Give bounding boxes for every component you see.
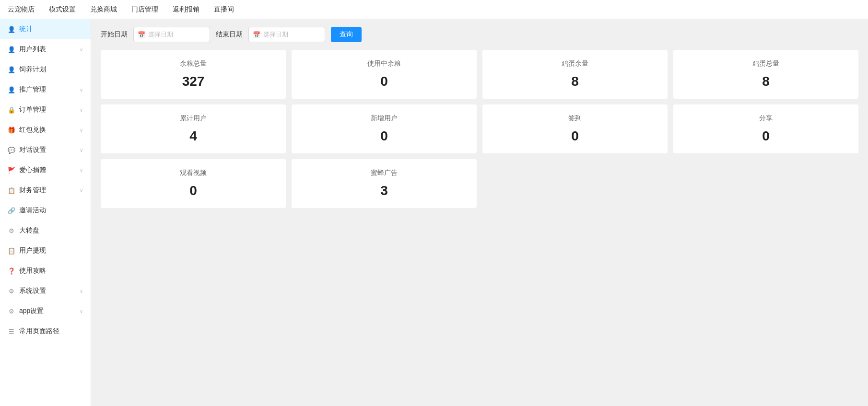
sidebar-item-system-settings[interactable]: ⚙系统设置∨ — [0, 281, 91, 301]
sidebar-icon-invite-activity: 🔗 — [8, 207, 15, 214]
chevron-icon-order-manage: ∨ — [80, 107, 83, 113]
top-nav: 云宠物店模式设置兑换商城门店管理返利报销直播间 — [0, 0, 868, 19]
chevron-icon-redpacket: ∨ — [80, 128, 83, 133]
stats-container: 余粮总量327使用中余粮0鸡蛋余量8鸡蛋总量8累计用户4新增用户0签到0分享0观… — [91, 50, 868, 223]
sidebar-label-invite-activity: 邀请活动 — [19, 206, 46, 215]
chevron-icon-dialog-settings: ∨ — [80, 148, 83, 153]
sidebar-label-user-withdraw: 用户提现 — [19, 246, 46, 255]
sidebar-label-system-settings: 系统设置 — [19, 287, 46, 295]
stat-label-checkin: 签到 — [568, 114, 582, 123]
query-button[interactable]: 查询 — [331, 27, 362, 42]
stat-card-total-users: 累计用户4 — [101, 104, 286, 153]
sidebar-item-app-settings[interactable]: ⚙app设置∨ — [0, 301, 91, 321]
sidebar: 👤统计👤用户列表∨👤饲养计划👤推广管理∨🔒订单管理∨🎁红包兑换∨💬对话设置∨🚩爱… — [0, 19, 91, 406]
end-date-input[interactable]: 📅 选择日期 — [248, 27, 325, 42]
sidebar-item-redpacket[interactable]: 🎁红包兑换∨ — [0, 120, 91, 140]
sidebar-item-user-list[interactable]: 👤用户列表∨ — [0, 39, 91, 59]
chevron-icon-finance: ∨ — [80, 188, 83, 193]
stat-label-egg-total: 鸡蛋总量 — [752, 59, 779, 68]
sidebar-label-usage-tips: 使用攻略 — [19, 267, 46, 275]
stat-value-watch-video: 0 — [189, 183, 197, 198]
main-layout: 👤统计👤用户列表∨👤饲养计划👤推广管理∨🔒订单管理∨🎁红包兑换∨💬对话设置∨🚩爱… — [0, 19, 868, 406]
chevron-icon-love-donation: ∨ — [80, 168, 83, 173]
top-nav-item-redeem-mall[interactable]: 兑换商城 — [90, 5, 117, 14]
sidebar-item-lucky-wheel[interactable]: ⚙大转盘 — [0, 220, 91, 241]
stat-label-new-users: 新增用户 — [371, 114, 398, 123]
sidebar-icon-dialog-settings: 💬 — [8, 146, 15, 154]
sidebar-label-redpacket: 红包兑换 — [19, 126, 46, 134]
sidebar-item-user-withdraw[interactable]: 📋用户提现 — [0, 241, 91, 261]
stat-card-watch-video: 观看视频0 — [101, 159, 286, 208]
end-date-placeholder: 选择日期 — [263, 30, 288, 39]
end-date-label: 结束日期 — [216, 30, 243, 39]
stat-value-total-users: 4 — [189, 128, 197, 144]
calendar-icon-end: 📅 — [253, 31, 260, 38]
sidebar-icon-lucky-wheel: ⚙ — [8, 227, 15, 234]
sidebar-icon-common-paths: ☰ — [8, 327, 15, 335]
sidebar-label-user-list: 用户列表 — [19, 45, 46, 54]
stat-label-total-grain: 余粮总量 — [180, 59, 207, 68]
sidebar-item-finance[interactable]: 📋财务管理∨ — [0, 180, 91, 200]
stat-value-bee-ads: 3 — [380, 183, 388, 198]
sidebar-item-usage-tips[interactable]: ❓使用攻略 — [0, 261, 91, 281]
sidebar-icon-order-manage: 🔒 — [8, 106, 15, 114]
stat-card-new-users: 新增用户0 — [292, 104, 477, 153]
stat-value-checkin: 0 — [571, 128, 579, 144]
sidebar-label-app-settings: app设置 — [19, 307, 44, 315]
start-date-input[interactable]: 📅 选择日期 — [133, 27, 210, 42]
chevron-icon-user-list: ∨ — [80, 47, 83, 52]
content-area: 开始日期 📅 选择日期 结束日期 📅 选择日期 查询 余粮总量327使用中余粮0… — [91, 19, 868, 406]
stat-card-egg-total: 鸡蛋总量8 — [673, 50, 858, 99]
stat-value-using-grain: 0 — [380, 74, 388, 89]
stat-label-total-users: 累计用户 — [180, 114, 207, 123]
stat-card-total-grain: 余粮总量327 — [101, 50, 286, 99]
sidebar-icon-statistics: 👤 — [8, 25, 15, 33]
stats-row-row1: 余粮总量327使用中余粮0鸡蛋余量8鸡蛋总量8 — [101, 50, 858, 99]
sidebar-label-love-donation: 爱心捐赠 — [19, 166, 46, 174]
sidebar-item-order-manage[interactable]: 🔒订单管理∨ — [0, 100, 91, 120]
chevron-icon-system-settings: ∨ — [80, 289, 83, 294]
sidebar-item-dialog-settings[interactable]: 💬对话设置∨ — [0, 140, 91, 160]
stat-card-using-grain: 使用中余粮0 — [292, 50, 477, 99]
sidebar-icon-usage-tips: ❓ — [8, 267, 15, 275]
sidebar-label-finance: 财务管理 — [19, 186, 46, 195]
sidebar-icon-redpacket: 🎁 — [8, 126, 15, 134]
sidebar-icon-user-list: 👤 — [8, 46, 15, 53]
top-nav-item-store-manage[interactable]: 门店管理 — [131, 5, 158, 14]
stat-value-egg-balance: 8 — [571, 74, 579, 89]
sidebar-item-feeding-plan[interactable]: 👤饲养计划 — [0, 59, 91, 80]
sidebar-label-lucky-wheel: 大转盘 — [19, 226, 39, 235]
top-nav-item-live[interactable]: 直播间 — [214, 5, 234, 14]
sidebar-icon-promotion: 👤 — [8, 86, 15, 93]
top-nav-item-return-sales[interactable]: 返利报销 — [173, 5, 199, 14]
sidebar-icon-user-withdraw: 📋 — [8, 247, 15, 255]
top-nav-item-mode-settings[interactable]: 模式设置 — [49, 5, 76, 14]
stat-card-bee-ads: 蜜蜂广告3 — [292, 159, 477, 208]
stat-label-egg-balance: 鸡蛋余量 — [562, 59, 588, 68]
sidebar-icon-feeding-plan: 👤 — [8, 66, 15, 73]
sidebar-item-invite-activity[interactable]: 🔗邀请活动 — [0, 200, 91, 220]
filter-bar: 开始日期 📅 选择日期 结束日期 📅 选择日期 查询 — [91, 19, 868, 50]
sidebar-label-feeding-plan: 饲养计划 — [19, 65, 46, 74]
sidebar-item-promotion[interactable]: 👤推广管理∨ — [0, 80, 91, 100]
sidebar-item-love-donation[interactable]: 🚩爱心捐赠∨ — [0, 160, 91, 180]
start-date-label: 开始日期 — [101, 30, 128, 39]
sidebar-icon-love-donation: 🚩 — [8, 166, 15, 174]
stats-row-row3: 观看视频0蜜蜂广告3 — [101, 159, 858, 208]
stat-value-share: 0 — [762, 128, 770, 144]
stat-label-watch-video: 观看视频 — [180, 169, 207, 177]
sidebar-label-order-manage: 订单管理 — [19, 105, 46, 114]
sidebar-item-statistics[interactable]: 👤统计 — [0, 19, 91, 39]
top-nav-item-yunpet[interactable]: 云宠物店 — [8, 5, 35, 14]
start-date-placeholder: 选择日期 — [148, 30, 173, 39]
stat-label-share: 分享 — [759, 114, 773, 123]
sidebar-icon-system-settings: ⚙ — [8, 287, 15, 295]
stat-label-using-grain: 使用中余粮 — [367, 59, 401, 68]
sidebar-label-promotion: 推广管理 — [19, 85, 46, 94]
sidebar-label-common-paths: 常用页面路径 — [19, 327, 59, 336]
stat-label-bee-ads: 蜜蜂广告 — [371, 169, 398, 177]
sidebar-item-common-paths[interactable]: ☰常用页面路径 — [0, 321, 91, 341]
stat-value-new-users: 0 — [380, 128, 388, 144]
sidebar-label-statistics: 统计 — [19, 25, 33, 34]
sidebar-icon-app-settings: ⚙ — [8, 307, 15, 315]
